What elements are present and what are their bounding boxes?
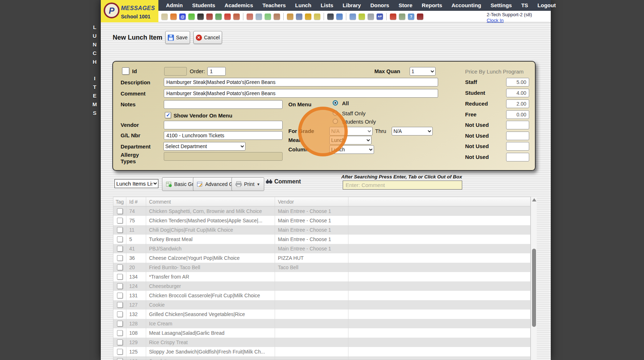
gl-nbr-input[interactable] (164, 131, 283, 140)
for-grade-select[interactable]: N/A (329, 127, 373, 135)
power-icon[interactable] (417, 13, 423, 20)
nav-item-library[interactable]: Library (338, 0, 366, 11)
search-icon[interactable] (161, 13, 168, 20)
at-email-icon[interactable]: @ (179, 13, 186, 20)
nav-item-donors[interactable]: Donors (366, 0, 394, 11)
col-header-tag[interactable]: Tag (113, 197, 126, 206)
row-tag-checkbox[interactable] (117, 255, 123, 261)
nav-item-students[interactable]: Students (188, 0, 220, 11)
help-icon[interactable]: ? (408, 13, 414, 20)
on-menu-radio-staff-only[interactable] (333, 110, 338, 116)
table-row[interactable]: 75Chicken Tenders|Mashed Potatoes|Apple … (113, 216, 530, 225)
for-grade-thru-select[interactable]: N/A (392, 127, 433, 135)
calendar-grid-icon[interactable] (170, 13, 177, 20)
vendor-input[interactable] (164, 121, 283, 129)
nav-item-teachers[interactable]: Teachers (258, 0, 291, 11)
megaphone-icon[interactable] (233, 13, 240, 20)
row-tag-checkbox[interactable] (117, 330, 123, 336)
row-tag-checkbox[interactable] (117, 339, 123, 345)
price-input-5[interactable] (506, 132, 529, 140)
row-tag-checkbox[interactable] (117, 265, 123, 270)
row-tag-checkbox[interactable] (117, 349, 123, 355)
speaker-icon[interactable] (206, 13, 213, 20)
calendar-day-icon[interactable] (224, 13, 231, 20)
calendar-month-icon[interactable] (215, 13, 222, 20)
row-tag-checkbox[interactable] (117, 311, 123, 317)
description-input[interactable] (164, 78, 438, 86)
price-input-3[interactable] (506, 110, 529, 119)
table-row[interactable]: 108Meat Lasagna|Salad|Garlic Bread (113, 328, 530, 338)
row-tag-checkbox[interactable] (117, 302, 123, 308)
table-row[interactable]: 11Chili Dog|Chips|Fruit Cup|Milk ChoiceM… (113, 225, 530, 235)
table-row[interactable]: 128Ice Cream (113, 319, 530, 328)
row-tag-checkbox[interactable] (117, 293, 123, 298)
list-view-select[interactable]: Lunch Items List (114, 179, 158, 188)
table-row[interactable]: 129Rice Crispy Treat (113, 338, 530, 347)
table-row[interactable]: 134*Transfer from AR (113, 272, 530, 281)
table-row[interactable]: 20Fried Burrito- Taco BellTaco Bell (113, 263, 530, 272)
clock-icon[interactable] (336, 13, 343, 20)
id-checkbox[interactable] (122, 67, 129, 75)
row-tag-checkbox[interactable] (117, 358, 123, 360)
table-row[interactable]: 131Chicken Broccoli Casserole|Fruit Cup|… (113, 291, 530, 300)
lunch-icon[interactable] (287, 13, 293, 20)
meal-select[interactable]: Lunch (329, 136, 371, 145)
price-input-4[interactable] (506, 121, 529, 129)
row-tag-checkbox[interactable] (117, 274, 123, 280)
scroll-up-arrow-icon[interactable] (532, 198, 536, 201)
order-input[interactable] (207, 67, 226, 76)
register-icon[interactable] (399, 13, 405, 20)
comment-input[interactable] (164, 89, 438, 98)
note-forward-icon[interactable] (314, 13, 320, 20)
col-header-vendor[interactable]: Vendor (275, 197, 348, 206)
table-row[interactable]: 125Sloppy Joe Sandwich|Goldfish|Fresh Fr… (113, 347, 530, 356)
notes-input[interactable] (164, 100, 283, 109)
comment-search-input[interactable] (343, 181, 462, 190)
card-icon[interactable] (359, 13, 365, 20)
table-icon[interactable] (350, 13, 356, 20)
price-input-6[interactable] (506, 142, 529, 151)
ap-icon[interactable]: A/P (377, 13, 383, 20)
table-row[interactable]: 126Snack Item (113, 356, 530, 360)
price-input-1[interactable] (506, 89, 529, 97)
staff-icon[interactable] (327, 13, 334, 20)
price-input-7[interactable] (506, 153, 529, 161)
table-row[interactable]: 132Grilled Chicken|Seasoned Vegetables|R… (113, 310, 530, 319)
col-header-id[interactable]: Id # (126, 197, 146, 206)
nav-item-accounting[interactable]: Accounting (447, 0, 486, 11)
row-tag-checkbox[interactable] (117, 218, 123, 223)
table-row[interactable]: 36Cheese Calzone|Yogurt Pop|Milk ChoiceP… (113, 253, 530, 263)
price-input-0[interactable] (506, 78, 529, 86)
pdf-icon[interactable] (390, 13, 396, 20)
nav-item-logout[interactable]: Logout (533, 0, 560, 11)
table-row[interactable]: 74Chicken Spaghetti, Corn, Brownie and M… (113, 206, 530, 216)
nav-item-lists[interactable]: Lists (316, 0, 338, 11)
table-row[interactable]: 5Turkey Breast MealMain Entree - Choose … (113, 235, 530, 244)
print-card-icon[interactable] (368, 13, 374, 20)
price-input-2[interactable] (506, 99, 529, 108)
nav-item-reports[interactable]: Reports (417, 0, 447, 11)
row-tag-checkbox[interactable] (117, 236, 123, 242)
table-row[interactable]: 41PBJ/SandwichMain Entree - Choose 1 (113, 244, 530, 253)
phone-icon[interactable] (197, 13, 204, 20)
on-menu-radio-students-only[interactable] (333, 119, 338, 124)
person-icon[interactable] (256, 13, 262, 20)
row-tag-checkbox[interactable] (117, 227, 123, 233)
row-tag-checkbox[interactable] (117, 246, 123, 252)
nav-item-admin[interactable]: Admin (161, 0, 188, 11)
max-quan-select[interactable]: 1 (410, 67, 436, 76)
cancel-button[interactable]: ✕ Cancel (193, 31, 222, 44)
scrollbar-thumb[interactable] (532, 249, 536, 327)
add-person-icon[interactable] (247, 13, 253, 20)
nav-item-academics[interactable]: Academics (220, 0, 258, 11)
row-tag-checkbox[interactable] (117, 208, 123, 214)
nav-item-ts[interactable]: TS (517, 0, 533, 11)
row-tag-checkbox[interactable] (117, 283, 123, 289)
notebook-icon[interactable] (296, 13, 302, 20)
family-icon[interactable] (274, 13, 280, 20)
row-tag-checkbox[interactable] (117, 321, 123, 326)
on-menu-radio-all[interactable] (333, 100, 338, 106)
nav-item-store[interactable]: Store (394, 0, 417, 11)
print-button[interactable]: Print ▼ (231, 177, 264, 191)
nav-item-settings[interactable]: Settings (486, 0, 517, 11)
